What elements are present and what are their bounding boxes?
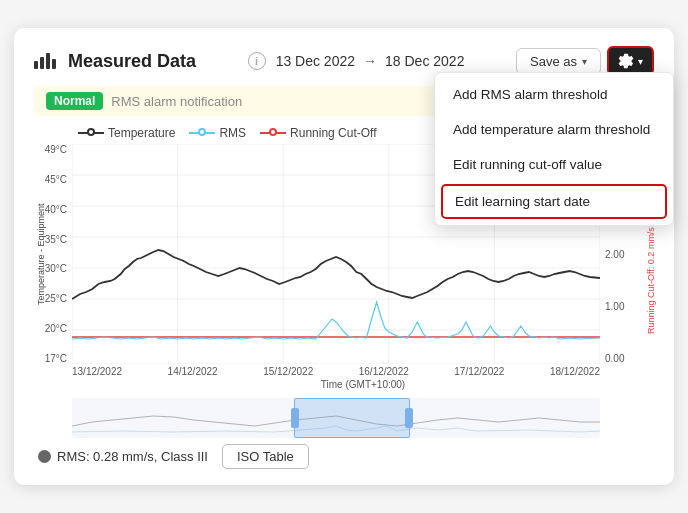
legend-cutoff-label: Running Cut-Off — [290, 126, 377, 140]
title-area: Measured Data — [34, 51, 196, 72]
rms-indicator: RMS: 0.28 mm/s, Class III — [38, 449, 208, 464]
dropdown-item-temp-alarm[interactable]: Add temperature alarm threshold — [435, 112, 673, 147]
legend-temperature: Temperature — [78, 126, 175, 140]
x-axis-row: 13/12/2022 14/12/2022 15/12/2022 16/12/2… — [72, 366, 600, 377]
legend-rms-label: RMS — [219, 126, 246, 140]
x-axis-label: Time (GMT+10:00) — [72, 379, 654, 390]
iso-table-button[interactable]: ISO Table — [222, 444, 309, 469]
dropdown-menu: Add RMS alarm threshold Add temperature … — [434, 72, 674, 226]
legend-rms: RMS — [189, 126, 246, 140]
gear-caret-icon: ▾ — [638, 56, 643, 67]
dropdown-item-cutoff[interactable]: Edit running cut-off value — [435, 147, 673, 182]
page-title: Measured Data — [68, 51, 196, 72]
bar-chart-icon — [34, 53, 56, 69]
minimap-slider[interactable] — [294, 398, 410, 438]
legend-cutoff: Running Cut-Off — [260, 126, 377, 140]
info-icon[interactable]: i — [248, 52, 266, 70]
alarm-notification-text: RMS alarm notification — [111, 94, 242, 109]
bottom-row: RMS: 0.28 mm/s, Class III ISO Table — [38, 444, 654, 469]
legend-temperature-label: Temperature — [108, 126, 175, 140]
y-axis-left-label: Temperature - Equipment — [36, 144, 46, 364]
date-start: 13 Dec 2022 — [276, 53, 355, 69]
minimap-left-handle[interactable] — [291, 408, 299, 428]
arrow-icon: → — [363, 53, 377, 69]
rms-value-text: RMS: 0.28 mm/s, Class III — [57, 449, 208, 464]
main-card: Measured Data i 13 Dec 2022 → 18 Dec 202… — [14, 28, 674, 485]
minimap-area[interactable] — [72, 398, 600, 438]
rms-dot-icon — [38, 450, 51, 463]
gear-icon — [618, 53, 634, 69]
date-end: 18 Dec 2022 — [385, 53, 464, 69]
minimap-right-handle[interactable] — [405, 408, 413, 428]
save-caret-icon: ▾ — [582, 56, 587, 67]
dropdown-item-learning[interactable]: Edit learning start date — [441, 184, 667, 219]
normal-badge: Normal — [46, 92, 103, 110]
dropdown-item-rms-alarm[interactable]: Add RMS alarm threshold — [435, 77, 673, 112]
header-row: Measured Data i 13 Dec 2022 → 18 Dec 202… — [34, 46, 654, 76]
save-as-button[interactable]: Save as ▾ — [516, 48, 601, 75]
date-range: 13 Dec 2022 → 18 Dec 2022 — [276, 53, 465, 69]
